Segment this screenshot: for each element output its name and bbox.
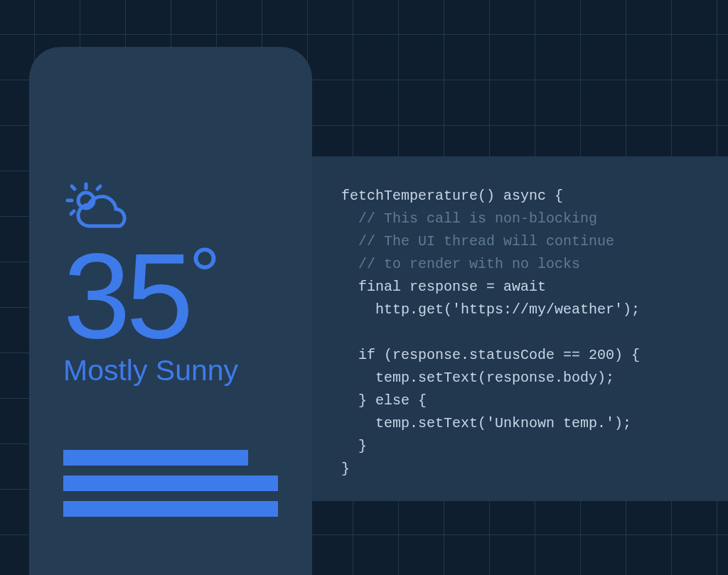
- code-line: http.get('https://my/weather');: [341, 301, 640, 318]
- placeholder-bar: [63, 450, 248, 466]
- code-line: temp.setText(response.body);: [341, 370, 614, 386]
- code-line: } else {: [341, 392, 427, 409]
- code-line: temp.setText('Unknown temp.');: [341, 415, 631, 431]
- code-panel: fetchTemperature() async { // This call …: [306, 156, 728, 501]
- code-line: }: [341, 438, 367, 454]
- condition-label: Mostly Sunny: [63, 354, 278, 387]
- phone-mockup: 35 ° Mostly Sunny: [29, 47, 312, 575]
- code-comment-line: // to render with no locks: [341, 256, 580, 272]
- svg-line-4: [97, 186, 100, 189]
- placeholder-bar: [63, 501, 278, 517]
- temperature-display: 35 °: [63, 240, 278, 351]
- code-line: }: [341, 461, 350, 477]
- code-comment-line: // This call is non-blocking: [341, 210, 597, 227]
- placeholder-bar: [63, 475, 278, 491]
- svg-line-5: [71, 211, 74, 214]
- code-line: if (response.statusCode == 200) {: [341, 347, 640, 363]
- code-comment-line: // The UI thread will continue: [341, 233, 614, 249]
- code-line: fetchTemperature() async {: [341, 188, 563, 204]
- degree-symbol: °: [189, 236, 220, 314]
- code-line: final response = await: [341, 279, 546, 295]
- svg-line-3: [72, 186, 75, 189]
- code-block: fetchTemperature() async { // This call …: [341, 185, 702, 480]
- temperature-value: 35: [63, 240, 189, 351]
- placeholder-bars: [63, 450, 278, 517]
